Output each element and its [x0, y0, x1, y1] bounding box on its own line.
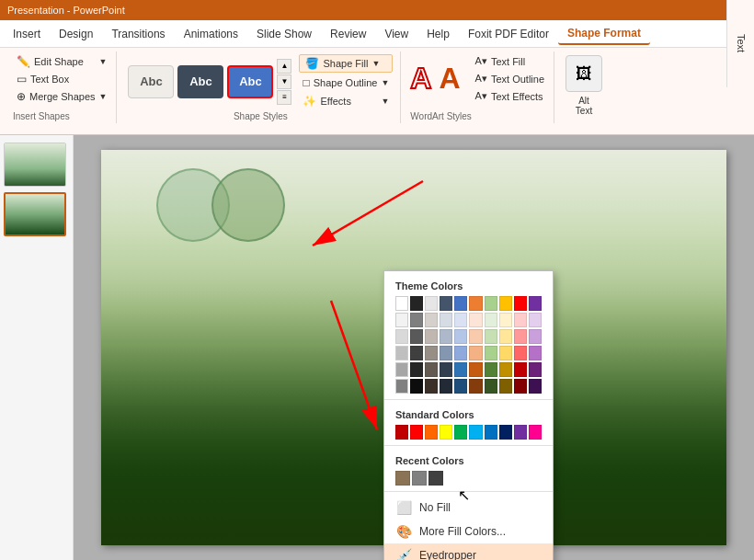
color-swatch[interactable] — [410, 313, 423, 327]
color-swatch[interactable] — [440, 379, 452, 394]
color-swatch[interactable] — [499, 346, 512, 360]
shape-style-blue[interactable]: Abc — [227, 65, 273, 98]
color-swatch[interactable] — [425, 379, 438, 394]
color-swatch[interactable] — [469, 379, 482, 394]
color-swatch[interactable] — [425, 296, 438, 311]
edit-shape-button[interactable]: ✏️ Edit Shape ▼ — [13, 53, 110, 70]
color-swatch[interactable] — [485, 313, 497, 327]
scroll-up-button[interactable]: ▲ — [277, 59, 291, 74]
shape-effects-button[interactable]: ✨ Effects ▼ — [299, 93, 393, 109]
menu-help[interactable]: Help — [417, 24, 459, 44]
shape-style-light[interactable]: Abc — [128, 65, 174, 98]
color-swatch[interactable] — [454, 379, 467, 394]
color-swatch[interactable] — [469, 329, 482, 344]
menu-insert[interactable]: Insert — [4, 24, 50, 44]
color-swatch[interactable] — [454, 296, 467, 311]
color-swatch[interactable] — [529, 379, 542, 394]
color-swatch[interactable] — [425, 313, 438, 327]
shape-outline-button[interactable]: □ Shape Outline ▼ — [299, 74, 393, 91]
menu-foxit[interactable]: Foxit PDF Editor — [459, 24, 558, 44]
color-swatch[interactable] — [395, 362, 408, 377]
color-swatch[interactable] — [499, 379, 512, 394]
menu-animations[interactable]: Animations — [175, 24, 247, 44]
std-color-5[interactable] — [454, 425, 467, 440]
scroll-down-button[interactable]: ▼ — [277, 74, 291, 89]
text-outline-button[interactable]: A▾ Text Outline — [472, 71, 548, 86]
merge-shapes-button[interactable]: ⊕ Merge Shapes ▼ — [13, 88, 110, 105]
menu-slideshow[interactable]: Slide Show — [247, 24, 321, 44]
recent-color-2[interactable] — [412, 471, 427, 486]
color-swatch[interactable] — [440, 346, 452, 360]
shape-style-dark[interactable]: Abc — [177, 65, 223, 98]
color-swatch[interactable] — [529, 362, 542, 377]
text-box-button[interactable]: ▭ Text Box — [13, 71, 110, 87]
color-swatch[interactable] — [514, 313, 527, 327]
color-swatch[interactable] — [469, 313, 482, 327]
scroll-more-button[interactable]: ≡ — [277, 90, 291, 105]
menu-design[interactable]: Design — [50, 24, 102, 44]
menu-shape-format[interactable]: Shape Format — [558, 23, 650, 45]
menu-view[interactable]: View — [375, 24, 417, 44]
color-swatch[interactable] — [514, 296, 527, 311]
std-color-1[interactable] — [395, 425, 408, 440]
recent-color-3[interactable] — [428, 471, 443, 486]
color-swatch[interactable] — [425, 329, 438, 344]
std-color-3[interactable] — [425, 425, 438, 440]
color-swatch[interactable] — [485, 296, 497, 311]
color-swatch[interactable] — [410, 346, 423, 360]
color-swatch[interactable] — [410, 362, 423, 377]
color-swatch[interactable] — [514, 346, 527, 360]
color-swatch[interactable] — [485, 379, 497, 394]
color-swatch[interactable] — [410, 296, 423, 311]
color-swatch[interactable] — [425, 346, 438, 360]
color-swatch[interactable] — [454, 329, 467, 344]
color-swatch[interactable] — [440, 313, 452, 327]
color-swatch[interactable] — [410, 329, 423, 344]
color-swatch[interactable] — [395, 313, 408, 327]
menu-transitions[interactable]: Transitions — [102, 24, 174, 44]
color-swatch[interactable] — [440, 329, 452, 344]
color-swatch[interactable] — [499, 329, 512, 344]
std-color-2[interactable] — [410, 425, 423, 440]
std-color-6[interactable] — [469, 425, 482, 440]
color-swatch[interactable] — [529, 346, 542, 360]
slide-thumbnail-2[interactable] — [4, 192, 66, 236]
color-swatch[interactable] — [440, 296, 452, 311]
color-swatch[interactable] — [454, 313, 467, 327]
color-swatch[interactable] — [529, 329, 542, 344]
std-color-4[interactable] — [440, 425, 452, 440]
color-swatch[interactable] — [395, 379, 408, 394]
color-swatch[interactable] — [499, 296, 512, 311]
color-swatch[interactable] — [395, 346, 408, 360]
color-swatch[interactable] — [529, 313, 542, 327]
color-swatch[interactable] — [485, 346, 497, 360]
color-swatch[interactable] — [514, 329, 527, 344]
std-color-9[interactable] — [514, 425, 527, 440]
slide-thumbnail-1[interactable] — [4, 143, 66, 187]
color-swatch[interactable] — [485, 329, 497, 344]
recent-color-1[interactable] — [395, 471, 410, 486]
color-swatch[interactable] — [454, 362, 467, 377]
text-fill-button[interactable]: A▾ Text Fill — [472, 53, 548, 69]
color-swatch[interactable] — [425, 362, 438, 377]
color-swatch[interactable] — [469, 346, 482, 360]
text-effects-button[interactable]: A▾ Text Effects — [472, 88, 548, 104]
color-swatch[interactable] — [529, 296, 542, 311]
no-fill-item[interactable]: ⬜ No Fill — [384, 496, 553, 520]
color-swatch[interactable] — [440, 362, 452, 377]
color-swatch[interactable] — [410, 379, 423, 394]
color-swatch[interactable] — [485, 362, 497, 377]
color-swatch[interactable] — [395, 329, 408, 344]
shape-fill-button[interactable]: 🪣 Shape Fill ▼ — [299, 54, 393, 73]
color-swatch[interactable] — [499, 362, 512, 377]
color-swatch[interactable] — [454, 346, 467, 360]
eyedropper-item[interactable]: 💉 Eyedropper — [384, 543, 553, 560]
std-color-8[interactable] — [499, 425, 512, 440]
circle-shape-2[interactable] — [211, 168, 285, 242]
color-swatch[interactable] — [395, 296, 408, 311]
color-swatch[interactable] — [514, 379, 527, 394]
text-vertical-label[interactable]: Text — [726, 0, 754, 87]
color-swatch[interactable] — [469, 296, 482, 311]
color-swatch[interactable] — [514, 362, 527, 377]
std-color-7[interactable] — [485, 425, 497, 440]
